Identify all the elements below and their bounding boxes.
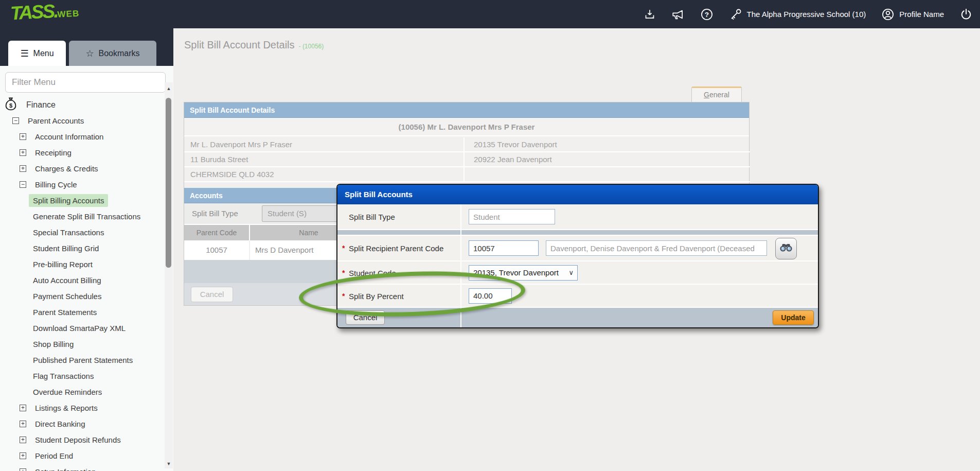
sidebar-item-pre-billing-report[interactable]: Pre-billing Report (0, 256, 163, 272)
sidebar-item-billing-cycle[interactable]: −Billing Cycle (0, 177, 163, 193)
sidebar-scrollbar-thumb[interactable] (166, 98, 171, 268)
modal-split-bill-type-label: Split Bill Type (349, 213, 395, 221)
student-line-empty (465, 167, 750, 182)
recipient-parent-code-input[interactable] (469, 240, 539, 256)
student-line: 20922 Jean Davenport (465, 152, 750, 167)
expand-plus-icon[interactable]: + (20, 437, 26, 443)
sidebar-item-special-transactions[interactable]: Special Transactions (0, 224, 163, 240)
collapse-minus-icon[interactable]: − (20, 181, 26, 188)
recipient-parent-code-label: Split Recipient Parent Code (349, 244, 443, 253)
sidebar-item-flag-transactions[interactable]: Flag Transactions (0, 368, 163, 384)
sidebar-item-generate-split-bill-transactions[interactable]: Generate Split Bill Transactions (0, 208, 163, 224)
sidebar-item-overdue-reminders[interactable]: Overdue Reminders (0, 384, 163, 400)
sidebar-item-receipting[interactable]: +Receipting (0, 145, 163, 161)
sidebar-item-auto-account-billing[interactable]: Auto Account Billing (0, 272, 163, 288)
split-by-percent-input[interactable] (469, 288, 512, 304)
sidebar-item-listings-reports[interactable]: +Listings & Reports (0, 400, 163, 416)
expand-plus-icon[interactable]: + (20, 468, 26, 471)
sidebar-item-label: Student Billing Grid (29, 242, 103, 255)
sidebar-item-download-smartapay-xml[interactable]: Download SmartaPay XML (0, 320, 163, 336)
cell-parent-code: 10057 (184, 240, 250, 260)
required-asterisk: * (342, 244, 345, 252)
expand-plus-icon[interactable]: + (20, 452, 26, 459)
modal-row-recipient: * Split Recipient Parent Code (337, 236, 818, 261)
hamburger-icon: ☰ (20, 49, 28, 58)
tab-menu[interactable]: ☰ Menu (8, 41, 66, 66)
modal-footer: Cancel Update (337, 308, 818, 327)
grid-cancel-button-disabled[interactable]: Cancel (191, 287, 233, 302)
account-name-line: (10056) Mr L. Davenport Mrs P Fraser (184, 118, 749, 136)
sidebar-item-label: Auto Account Billing (29, 274, 105, 287)
expand-plus-icon[interactable]: + (20, 133, 26, 140)
sidebar-menu-tree: $Finance−Parent Accounts+Account Informa… (0, 97, 163, 471)
sidebar-item-parent-accounts[interactable]: −Parent Accounts (0, 113, 163, 129)
sidebar-item-student-deposit-refunds[interactable]: +Student Deposit Refunds (0, 432, 163, 448)
sidebar-item-label: Billing Cycle (31, 178, 81, 191)
top-navbar: TASS.WEB ? (0, 0, 980, 28)
expand-plus-icon[interactable]: + (20, 149, 26, 156)
sidebar-item-charges-credits[interactable]: +Charges & Credits (0, 161, 163, 177)
filter-menu-input[interactable] (5, 72, 166, 93)
required-asterisk: * (342, 292, 345, 300)
announcements-megaphone-icon[interactable] (671, 8, 685, 21)
account-ref-badge: - (10056) (299, 43, 324, 50)
tab-general[interactable]: General (691, 86, 742, 102)
collapse-minus-icon[interactable]: − (12, 117, 19, 124)
sidebar-item-label: Flag Transactions (29, 370, 98, 382)
sidebar-item-finance[interactable]: $Finance (0, 97, 163, 113)
sidebar-item-label: Parent Accounts (24, 114, 88, 127)
sidebar-item-label: Direct Banking (31, 417, 90, 430)
sidebar-item-period-end[interactable]: +Period End (0, 448, 163, 464)
svg-text:$: $ (9, 102, 12, 109)
sidebar-item-label: Charges & Credits (31, 162, 102, 175)
sidebar-item-setup-information[interactable]: +Setup Information (0, 464, 163, 471)
split-bill-type-label: Split Bill Type (192, 203, 238, 224)
profile-menu[interactable]: Profile Name (881, 8, 944, 21)
tab-menu-label: Menu (33, 49, 54, 58)
parent-search-button[interactable] (775, 238, 797, 259)
tass-logo: TASS.WEB (10, 0, 80, 24)
required-asterisk: * (342, 269, 345, 277)
key-icon (729, 8, 742, 21)
logout-power-icon[interactable] (959, 8, 973, 21)
modal-row-split-by-percent: * Split By Percent (337, 285, 818, 308)
sidebar-item-split-billing-accounts[interactable]: Split Billing Accounts (0, 193, 163, 208)
modal-update-button[interactable]: Update (773, 310, 814, 325)
modal-cancel-button[interactable]: Cancel (346, 310, 385, 325)
star-icon: ☆ (85, 49, 94, 58)
student-code-select[interactable]: 20135, Trevor Davenport ∨ (469, 265, 578, 281)
modal-separator-band (337, 230, 818, 236)
sidebar-item-shop-billing[interactable]: Shop Billing (0, 336, 163, 352)
account-students-column: 20135 Trevor Davenport 20922 Jean Davenp… (464, 137, 750, 182)
modal-split-bill-type-input[interactable] (469, 209, 555, 224)
help-icon[interactable]: ? (700, 8, 714, 21)
expand-plus-icon[interactable]: + (20, 421, 26, 427)
scroll-up-icon[interactable]: ▲ (165, 84, 173, 93)
sidebar-item-label: Listings & Reports (31, 402, 102, 414)
sidebar-item-label: Payment Schedules (29, 290, 105, 303)
expand-plus-icon[interactable]: + (20, 405, 26, 411)
split-bill-accounts-modal: Split Bill Accounts Split Bill Type * Sp… (336, 184, 819, 328)
profile-name: Profile Name (899, 10, 944, 19)
expand-plus-icon[interactable]: + (20, 165, 26, 172)
split-by-percent-label: Split By Percent (349, 291, 404, 300)
svg-text:?: ? (704, 10, 708, 18)
filter-menu-field (5, 72, 166, 93)
sidebar-item-direct-banking[interactable]: +Direct Banking (0, 416, 163, 432)
sidebar-item-student-billing-grid[interactable]: Student Billing Grid (0, 240, 163, 256)
sidebar-item-account-information[interactable]: +Account Information (0, 129, 163, 145)
download-icon[interactable] (644, 8, 656, 21)
scroll-down-icon[interactable]: ▼ (165, 460, 173, 468)
sidebar-item-parent-statements[interactable]: Parent Statements (0, 304, 163, 320)
tab-bookmarks[interactable]: ☆ Bookmarks (69, 41, 156, 66)
address-line: Mr L. Davenport Mrs P Fraser (184, 137, 464, 152)
recipient-parent-name-input[interactable] (546, 240, 767, 256)
sidebar-item-published-parent-statements[interactable]: Published Parent Statements (0, 352, 163, 368)
school-switcher[interactable]: The Alpha Progressive School (10) (729, 8, 866, 21)
sidebar-item-payment-schedules[interactable]: Payment Schedules (0, 288, 163, 304)
logo-suffix: WEB (57, 9, 80, 20)
student-line: 20135 Trevor Davenport (465, 137, 750, 152)
panel-header: Split Bill Account Details (184, 102, 749, 118)
profile-icon (881, 8, 895, 21)
tab-bookmarks-label: Bookmarks (99, 49, 140, 58)
